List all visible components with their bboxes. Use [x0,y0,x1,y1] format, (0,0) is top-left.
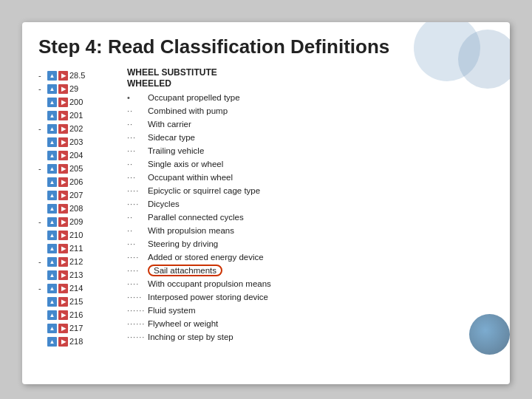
code-row: - ▲ ▶ 214 [38,282,120,295]
icon-a: ▲ [47,231,57,240]
def-row: ···Steering by driving [127,237,494,250]
code-num: 207 [69,191,90,200]
dash: - [38,257,46,266]
icon-a: ▲ [47,124,57,134]
icon-a: ▲ [47,84,57,94]
def-dots: • [127,93,148,102]
icon-a: ▲ [47,191,57,200]
def-text: Interposed power storing device [148,293,268,301]
def-row: ····Added or stored energy device [127,250,494,264]
def-dots: ······ [127,306,148,315]
code-row: ▲ ▶ 210 [38,228,120,242]
dash: - [38,284,46,293]
code-row: - ▲ ▶ 28.5 [38,69,120,82]
def-row: ··With carrier [127,117,494,131]
code-num: 218 [69,337,90,346]
code-num: 28.5 [69,71,90,80]
icon-a: ▲ [47,137,57,147]
def-row: ···Sidecar type [127,131,494,144]
icon-a: ▲ [47,337,57,347]
code-num: 206 [69,177,90,186]
icon-p: ▶ [58,111,68,120]
code-num: 216 [69,310,90,319]
code-num: 204 [69,151,90,160]
code-row: ▲ ▶ 207 [38,188,120,202]
icon-a: ▲ [47,71,57,81]
deco-circle-2 [458,30,510,89]
icon-p: ▶ [58,217,68,227]
icon-a: ▲ [47,204,57,214]
def-text: Epicyclic or squirrel cage type [148,186,260,195]
code-row: ▲ ▶ 216 [38,308,120,321]
def-text: Inching or step by step [148,332,233,341]
icon-a: ▲ [47,270,57,280]
def-dots: ··· [127,173,148,182]
icon-p: ▶ [58,270,68,280]
def-dots: ··· [127,146,148,155]
def-dots: ···· [127,266,148,275]
def-dots: ······ [127,332,148,341]
icon-p: ▶ [58,204,68,214]
code-row: - ▲ ▶ 209 [38,215,120,228]
def-row: ······Inching or step by step [127,330,494,344]
code-num: 215 [69,297,90,306]
code-num: 29 [69,84,90,93]
def-row: ····Epicyclic or squirrel cage type [127,184,494,197]
icon-p: ▶ [58,244,68,253]
code-row: - ▲ ▶ 205 [38,162,120,175]
code-num: 203 [69,137,90,146]
icon-a: ▲ [47,297,57,307]
dash: - [38,164,46,173]
icon-p: ▶ [58,257,68,267]
code-row: ▲ ▶ 206 [38,175,120,188]
def-dots: ··· [127,239,148,248]
code-row: ▲ ▶ 213 [38,268,120,282]
icon-a: ▲ [47,310,57,320]
code-num: 217 [69,324,90,332]
icon-p: ▶ [58,297,68,307]
icon-p: ▶ [58,191,68,200]
def-text: Dicycles [148,200,180,208]
def-dots: ···· [127,253,148,262]
def-dots: ······ [127,319,148,328]
code-row: ▲ ▶ 217 [38,321,120,335]
icon-p: ▶ [58,284,68,293]
icon-a: ▲ [47,164,57,174]
deco-globe [469,314,510,355]
icon-a: ▲ [47,98,57,107]
def-text: Fluid system [148,306,196,315]
code-row: - ▲ ▶ 29 [38,82,120,95]
def-text: Sail attachments [148,265,222,276]
code-num: 202 [69,124,90,133]
dash: - [38,84,46,93]
icon-p: ▶ [58,71,68,81]
dash: - [38,124,46,133]
code-num: 214 [69,284,90,293]
slide-container: Step 4: Read Classification Definitions … [22,22,510,384]
icon-a: ▲ [47,111,57,120]
right-definitions: WHEEL SUBSTITUTE WHEELED •Occupant prope… [120,67,494,369]
icon-p: ▶ [58,137,68,147]
code-row: ▲ ▶ 200 [38,95,120,109]
code-num: 209 [69,217,90,226]
def-dots: ·· [127,120,148,129]
code-num: 201 [69,111,90,120]
def-dots: ···· [127,200,148,208]
icon-a: ▲ [47,244,57,253]
def-text: With occupant propulsion means [148,279,271,288]
def-text: With carrier [148,120,191,129]
icon-p: ▶ [58,310,68,320]
dash: - [38,71,46,80]
code-num: 205 [69,164,90,173]
code-num: 213 [69,270,90,279]
def-dots: ·· [127,213,148,222]
def-row: ··Parallel connected cycles [127,211,494,224]
icon-p: ▶ [58,337,68,347]
def-row: ··Combined with pump [127,104,494,117]
code-row: ▲ ▶ 211 [38,242,120,255]
def-dots: ·· [127,160,148,168]
icon-p: ▶ [58,324,68,333]
def-row: ··Single axis or wheel [127,157,494,171]
code-row: ▲ ▶ 215 [38,295,120,308]
def-text: Flywheel or weight [148,319,218,328]
